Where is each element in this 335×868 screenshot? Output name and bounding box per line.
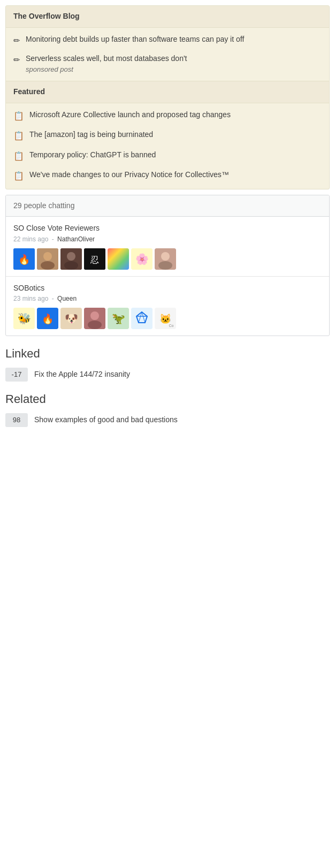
svg-point-7 xyxy=(64,261,78,270)
avatar-person4 xyxy=(84,308,105,329)
svg-text:忍: 忍 xyxy=(90,255,99,264)
blog-section: The Overflow Blog ✏ Monitoring debt buil… xyxy=(5,5,330,189)
svg-text:🔥: 🔥 xyxy=(42,313,54,325)
featured-title: Featured xyxy=(13,87,45,96)
featured-item-2[interactable]: 📋 The [amazon] tag is being burninated xyxy=(13,130,322,142)
avatar-person2 xyxy=(60,248,82,270)
chat-room-1: SO Close Vote Reviewers 22 mins ago - Na… xyxy=(6,217,329,276)
svg-point-3 xyxy=(43,252,52,261)
pencil-icon-1: ✏ xyxy=(13,35,20,46)
featured-items-container: 📋 Microsoft Azure Collective launch and … xyxy=(6,103,329,189)
related-section-title: Related xyxy=(5,391,330,408)
avatar-ninja: 忍 xyxy=(84,248,105,270)
chat-section: 29 people chatting SO Close Vote Reviewe… xyxy=(5,195,330,336)
chat-room-1-name[interactable]: SO Close Vote Reviewers xyxy=(13,223,322,234)
svg-text:🐱: 🐱 xyxy=(159,313,172,325)
avatar-gem xyxy=(131,308,153,329)
svg-rect-27 xyxy=(131,308,153,329)
svg-point-23 xyxy=(90,311,99,320)
svg-text:🔥: 🔥 xyxy=(18,254,31,265)
svg-point-24 xyxy=(88,321,102,329)
avatar-person1 xyxy=(37,248,58,270)
svg-point-14 xyxy=(161,252,170,261)
svg-text:🦖: 🦖 xyxy=(112,312,125,325)
sponsored-label: sponsored post xyxy=(26,65,187,74)
chat-header: 29 people chatting xyxy=(6,195,329,217)
linked-score-1: -17 xyxy=(5,368,28,382)
chat-room-2-meta: 23 mins ago - Queen xyxy=(13,294,322,303)
stack-icon-3: 📋 xyxy=(13,150,24,162)
featured-item-1-text: Microsoft Azure Collective launch and pr… xyxy=(29,110,231,120)
svg-point-15 xyxy=(158,261,172,270)
avatar-person3 xyxy=(155,248,176,270)
stack-icon-2: 📋 xyxy=(13,130,24,142)
avatar-dog: 🐶 xyxy=(60,308,82,329)
svg-text:🌸: 🌸 xyxy=(135,253,149,265)
featured-item-3[interactable]: 📋 Temporary policy: ChatGPT is banned xyxy=(13,150,322,162)
linked-item-1: -17 Fix the Apple 144/72 insanity xyxy=(5,368,330,382)
related-score-1: 98 xyxy=(5,413,28,427)
svg-text:Co: Co xyxy=(169,324,174,328)
linked-text-1[interactable]: Fix the Apple 144/72 insanity xyxy=(34,368,130,380)
avatar-dino: 🦖 xyxy=(108,308,129,329)
related-text-1[interactable]: Show examples of good and bad questions xyxy=(34,413,178,425)
chat-room-2: SOBotics 23 mins ago - Queen 🐝 🔥 xyxy=(6,277,329,336)
blog-item-1[interactable]: ✏ Monitoring debt builds up faster than … xyxy=(13,34,322,46)
svg-text:🐝: 🐝 xyxy=(18,312,31,325)
chat-room-2-avatars: 🐝 🔥 🐶 xyxy=(13,308,322,329)
blog-items-container: ✏ Monitoring debt builds up faster than … xyxy=(6,28,329,82)
pencil-icon-2: ✏ xyxy=(13,54,20,65)
stack-icon-1: 📋 xyxy=(13,110,24,122)
svg-point-6 xyxy=(67,252,75,261)
svg-text:🐶: 🐶 xyxy=(65,312,78,325)
svg-point-4 xyxy=(41,261,55,270)
avatar-flower: 🌸 xyxy=(131,248,153,270)
avatar-rainbow xyxy=(108,248,129,270)
stack-icon-4: 📋 xyxy=(13,170,24,182)
blog-section-header: The Overflow Blog xyxy=(6,6,329,28)
svg-rect-10 xyxy=(108,248,129,270)
featured-item-1[interactable]: 📋 Microsoft Azure Collective launch and … xyxy=(13,110,322,122)
featured-section-header: Featured xyxy=(6,81,329,103)
chat-room-1-avatars: 🔥 忍 xyxy=(13,248,322,270)
blog-item-1-text: Monitoring debt builds up faster than so… xyxy=(26,34,244,45)
avatar-cat: 🐱 Co xyxy=(155,308,176,329)
featured-item-2-text: The [amazon] tag is being burninated xyxy=(29,130,153,140)
featured-item-4-text: We've made changes to our Privacy Notice… xyxy=(29,170,229,180)
chat-room-2-name[interactable]: SOBotics xyxy=(13,283,322,294)
avatar-bee: 🐝 xyxy=(13,308,35,329)
blog-item-2[interactable]: ✏ Serverless scales well, but most datab… xyxy=(13,54,322,75)
featured-item-4[interactable]: 📋 We've made changes to our Privacy Noti… xyxy=(13,170,322,182)
blog-title: The Overflow Blog xyxy=(13,12,80,20)
avatar-fire-shield2: 🔥 xyxy=(37,308,58,329)
related-item-1: 98 Show examples of good and bad questio… xyxy=(5,413,330,427)
chat-room-1-meta: 22 mins ago - NathanOliver xyxy=(13,235,322,244)
linked-section-title: Linked xyxy=(5,346,330,362)
avatar-fire-shield: 🔥 xyxy=(13,248,35,270)
blog-item-2-text: Serverless scales well, but most databas… xyxy=(26,54,187,75)
featured-item-3-text: Temporary policy: ChatGPT is banned xyxy=(29,150,156,161)
